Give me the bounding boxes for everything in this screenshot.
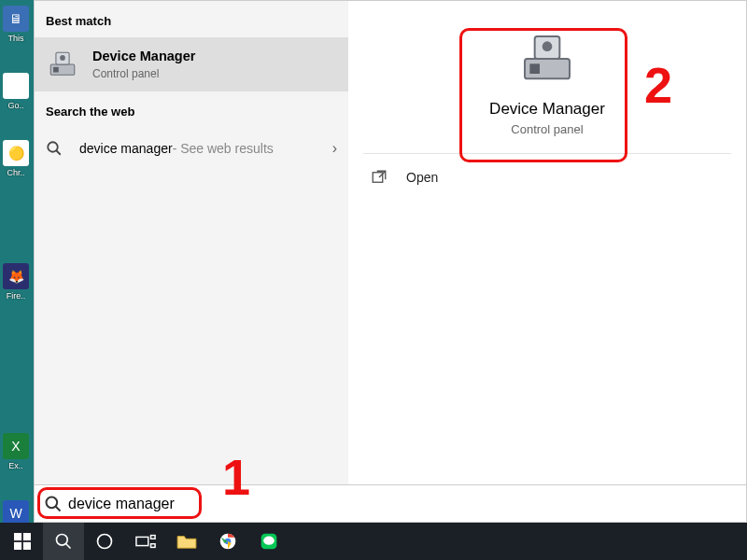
- svg-rect-21: [151, 536, 156, 539]
- desktop-icon-label: Fire..: [0, 291, 32, 301]
- pc-icon: 🖥: [3, 6, 29, 32]
- svg-point-19: [98, 535, 112, 549]
- result-subtitle: Control panel: [92, 67, 195, 80]
- svg-rect-20: [136, 537, 148, 545]
- svg-point-9: [543, 41, 553, 51]
- device-manager-icon-large: [515, 27, 579, 91]
- desktop-icon-label: Ex..: [0, 461, 32, 470]
- svg-rect-15: [14, 542, 21, 550]
- best-match-heading: Best match: [35, 1, 348, 37]
- result-title: Device Manager: [92, 49, 195, 64]
- device-manager-icon: [46, 48, 79, 81]
- task-view-button[interactable]: [125, 523, 166, 560]
- desktop-icon[interactable]: X Ex..: [0, 433, 32, 482]
- desktop-icon-label: This: [0, 34, 32, 43]
- web-search-result[interactable]: device manager - See web results ›: [35, 128, 348, 169]
- svg-rect-16: [23, 542, 31, 550]
- svg-rect-13: [14, 533, 21, 540]
- cortana-button[interactable]: [84, 523, 125, 560]
- svg-rect-10: [373, 173, 383, 183]
- svg-point-3: [60, 55, 65, 61]
- svg-point-26: [263, 537, 275, 545]
- start-button[interactable]: [2, 523, 43, 560]
- chrome-button[interactable]: [207, 523, 248, 560]
- desktop-icon[interactable]: 🖥 This: [0, 6, 32, 54]
- search-icon: [44, 495, 64, 513]
- svg-rect-14: [23, 533, 31, 540]
- start-search-panel: Best match Device Manager Control panel …: [34, 0, 747, 523]
- detail-subtitle: Control panel: [464, 122, 630, 136]
- svg-point-11: [47, 497, 58, 508]
- excel-icon: X: [3, 433, 29, 459]
- taskbar-search-button[interactable]: [43, 523, 84, 560]
- search-web-heading: Search the web: [35, 91, 348, 128]
- svg-rect-1: [53, 67, 59, 73]
- chrome-icon: 🟡: [3, 140, 29, 166]
- desktop-icon[interactable]: 🟡 Chr..: [0, 140, 32, 189]
- detail-column: Device Manager Control panel Open: [348, 1, 746, 484]
- desktop-icon-strip: 🖥 This Go.. 🟡 Chr.. 🦊 Fire.. X Ex.. W We…: [0, 0, 34, 523]
- svg-rect-7: [529, 63, 540, 74]
- web-hint-text: - See web results: [173, 141, 274, 156]
- open-icon: [371, 169, 391, 186]
- svg-line-5: [56, 150, 61, 155]
- svg-line-18: [66, 544, 71, 549]
- desktop-icon-label: Go..: [0, 101, 32, 110]
- web-query-text: device manager: [79, 141, 173, 156]
- svg-point-17: [57, 535, 68, 546]
- firefox-icon: 🦊: [3, 263, 29, 289]
- search-input[interactable]: [64, 492, 737, 516]
- taskbar: [0, 523, 747, 560]
- svg-line-12: [56, 506, 61, 511]
- best-match-result[interactable]: Device Manager Control panel: [35, 37, 348, 91]
- chevron-right-icon: ›: [332, 140, 337, 157]
- open-label: Open: [406, 170, 438, 185]
- search-icon: [46, 140, 68, 157]
- line-app-button[interactable]: [248, 523, 289, 560]
- desktop-icon[interactable]: Go..: [0, 73, 32, 121]
- desktop-icon[interactable]: 🦊 Fire..: [0, 263, 32, 312]
- open-action[interactable]: Open: [348, 154, 746, 201]
- results-column: Best match Device Manager Control panel …: [35, 1, 348, 484]
- app-icon: [3, 73, 29, 99]
- detail-title: Device Manager: [464, 100, 630, 119]
- search-bar[interactable]: [35, 484, 746, 522]
- svg-point-4: [48, 142, 58, 152]
- svg-rect-22: [151, 544, 156, 548]
- detail-card: Device Manager Control panel: [464, 27, 630, 136]
- desktop-icon-label: Chr..: [0, 168, 32, 177]
- file-explorer-button[interactable]: [166, 523, 207, 560]
